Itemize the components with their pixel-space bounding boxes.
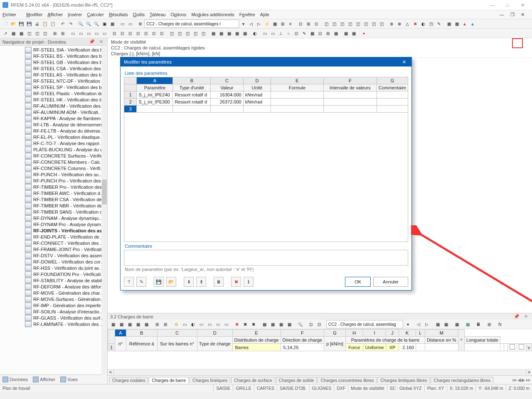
col-D[interactable]: D	[243, 77, 271, 84]
bt-fx-icon[interactable]: fx	[496, 320, 504, 328]
bt-k-icon[interactable]: ▭	[197, 320, 205, 328]
distpc-checkbox[interactable]	[510, 344, 515, 350]
delete-icon[interactable]: ✖	[231, 277, 241, 287]
r2-h-icon[interactable]: ⊞	[59, 30, 66, 37]
tab-charges-barre[interactable]: Charges de barre	[149, 377, 189, 383]
r2-am-icon[interactable]: ⊡	[316, 30, 324, 37]
tree-item[interactable]: RF-DYNAM Pro - Analyse dynam…	[0, 221, 107, 227]
bt-r-icon[interactable]: ▦	[261, 320, 268, 328]
r2-al-icon[interactable]: ▦	[308, 30, 316, 37]
tree-item[interactable]: RF-FRAME-JOINT Pro - Vérificati…	[0, 246, 107, 252]
bt-p-icon[interactable]: ✖	[241, 320, 249, 328]
tab-charges-surface[interactable]: Charges de surface	[231, 377, 275, 383]
r2-z-icon[interactable]: ▦	[209, 30, 217, 37]
tab-charges-rect-libres[interactable]: Charges rectangulaires libres	[431, 377, 493, 383]
tree-scrollbar[interactable]	[101, 47, 107, 375]
r2-w-icon[interactable]: ◫	[184, 30, 191, 37]
calculator-icon[interactable]: 🖩	[214, 277, 224, 287]
bt-o-icon[interactable]: ✖	[233, 320, 241, 328]
bottom-hscroll[interactable]: < >	[108, 369, 532, 375]
bt-q-icon[interactable]: ✖	[250, 320, 257, 328]
bt-l-icon[interactable]: ▭	[206, 320, 213, 328]
tool-q-icon[interactable]: △	[404, 20, 411, 27]
tree-item[interactable]: RF-TIMBER Pro - Vérification des…	[0, 184, 107, 190]
r2-n-icon[interactable]: ⊡	[111, 30, 118, 37]
tool-c-icon[interactable]: ≡	[287, 20, 294, 27]
bt-combo-drop-icon[interactable]: ▾	[404, 320, 411, 328]
tree-item[interactable]: RF-EL-PL - Vérification élastique…	[0, 134, 107, 140]
tool-t-icon[interactable]: ◳	[427, 20, 435, 27]
save-param-icon[interactable]: 💾	[154, 277, 164, 287]
tree-item[interactable]: RF-SOILIN - Analyse d'interactio…	[0, 308, 107, 315]
bt-d-icon[interactable]: ▦	[134, 320, 142, 328]
tree-item[interactable]: RF-KAPPA - Analyse de flambem…	[0, 115, 107, 121]
r2-ai-icon[interactable]: ○	[285, 30, 292, 37]
bt-n-icon[interactable]: ▭	[222, 320, 230, 328]
tool-p-icon[interactable]: ⊗	[396, 20, 403, 27]
param-row-2[interactable]: 2 S_j_ini_IPE300Ressort rotatif d 26372.…	[124, 99, 408, 106]
bt-v-icon[interactable]: 🔍	[296, 320, 304, 328]
r2-l-icon[interactable]: ▭	[93, 30, 100, 37]
tree-item[interactable]: PLATE-BUCKLING - Analyse du v…	[0, 146, 107, 153]
tool-k-icon[interactable]: ◫	[354, 20, 362, 27]
tab-charges-conc-libres[interactable]: Charges concentrées libres	[318, 377, 377, 383]
tool-w-icon[interactable]: ▦	[453, 20, 461, 27]
tree-item[interactable]: RF-STEEL SIA - Vérification des b…	[0, 47, 107, 53]
print-icon[interactable]: 🖨	[33, 20, 41, 27]
r2-r-icon[interactable]: ⊡	[142, 30, 150, 37]
next-icon[interactable]: ▷	[255, 20, 263, 27]
view2-icon[interactable]: ▦	[108, 20, 116, 27]
bt-b-icon[interactable]: ▦	[118, 320, 125, 328]
zoom3-icon[interactable]: 🔍	[93, 20, 100, 27]
tree-item[interactable]: RF-STABILITY - Analyse de stabil…	[0, 277, 107, 283]
info-icon[interactable]: ℹ	[244, 277, 254, 287]
minimize-button[interactable]: —	[485, 1, 500, 9]
r2-b-icon[interactable]: ▦	[10, 30, 17, 37]
menu-fenetre[interactable]: Fenêtre	[239, 12, 255, 17]
r2-o-icon[interactable]: ⊡	[118, 30, 126, 37]
tab-next-icon[interactable]: ▶	[522, 377, 525, 383]
col-G[interactable]: G	[377, 77, 408, 84]
open-icon[interactable]: 📂	[10, 20, 17, 27]
r2-ak-icon[interactable]: ✎	[300, 30, 308, 37]
r2-x-icon[interactable]: ◫	[192, 30, 199, 37]
prev-icon[interactable]: ◁	[247, 20, 255, 27]
tree-item[interactable]: RF-JOINTS - Vérification des as…	[0, 227, 107, 234]
bt-w-icon[interactable]: ⊡	[307, 320, 315, 328]
r2-a-icon[interactable]: ↗	[2, 30, 9, 37]
bt-y-icon[interactable]: ▦	[434, 320, 441, 328]
tab-charges-nodales[interactable]: Charges nodales	[109, 377, 148, 383]
tree-item[interactable]: RF-FOUNDATION Pro - Vérificati…	[0, 271, 107, 277]
bt-g-icon[interactable]: ⊞	[162, 320, 169, 328]
paste-icon[interactable]: 📋	[49, 20, 57, 27]
tree-item[interactable]: RF-STEEL BS - Vérification des ba…	[0, 53, 107, 59]
mdi-restore-icon[interactable]: ❐	[510, 12, 515, 17]
status-cartes[interactable]: CARTES	[254, 384, 277, 392]
dialog-titlebar[interactable]: Modifier les paramètres ✕	[121, 57, 411, 66]
tool-a-icon[interactable]: ▦	[271, 20, 278, 27]
tree-item[interactable]: RF-STEEL HK - Vérification des b…	[0, 96, 107, 103]
bt-calc-icon[interactable]: 🖩	[475, 320, 482, 328]
bt-next-icon[interactable]: ▷	[423, 320, 431, 328]
status-saisie[interactable]: SAISIE	[213, 384, 233, 392]
tool-s-icon[interactable]: ◐	[419, 20, 427, 27]
r2-y-icon[interactable]: ◫	[200, 30, 207, 37]
len-checkbox[interactable]	[519, 344, 524, 350]
panel-close-icon[interactable]: ✕	[99, 39, 105, 44]
tool-x-icon[interactable]: ▲	[461, 20, 468, 27]
col-C[interactable]: C	[211, 77, 243, 84]
param-row-3[interactable]: 3	[124, 106, 408, 113]
tree-item[interactable]: RF-STEEL NTC-DF - Vérification …	[0, 78, 107, 84]
tree-item[interactable]: RF-C-TO-T - Analyse des rappor…	[0, 140, 107, 146]
r2-aa-icon[interactable]: ▦	[217, 30, 225, 37]
tree-item[interactable]: RF-CONNECT - Vérification des …	[0, 240, 107, 246]
r2-u-icon[interactable]: ◫	[168, 30, 175, 37]
bt-x-icon[interactable]: ⊡	[315, 320, 323, 328]
help-icon[interactable]: ?	[124, 277, 134, 287]
tool-l-icon[interactable]: ◫	[362, 20, 369, 27]
bt-f-icon[interactable]: ⊞	[153, 320, 161, 328]
sidebar-tab-afficher[interactable]: Afficher	[30, 376, 58, 383]
tree-item[interactable]: RF-CONCRETE Columns - Vérifi…	[0, 165, 107, 171]
tree-item[interactable]: RF-TIMBER CSA - Vérification de…	[0, 196, 107, 202]
menu-modifier[interactable]: Modifier	[26, 12, 42, 17]
